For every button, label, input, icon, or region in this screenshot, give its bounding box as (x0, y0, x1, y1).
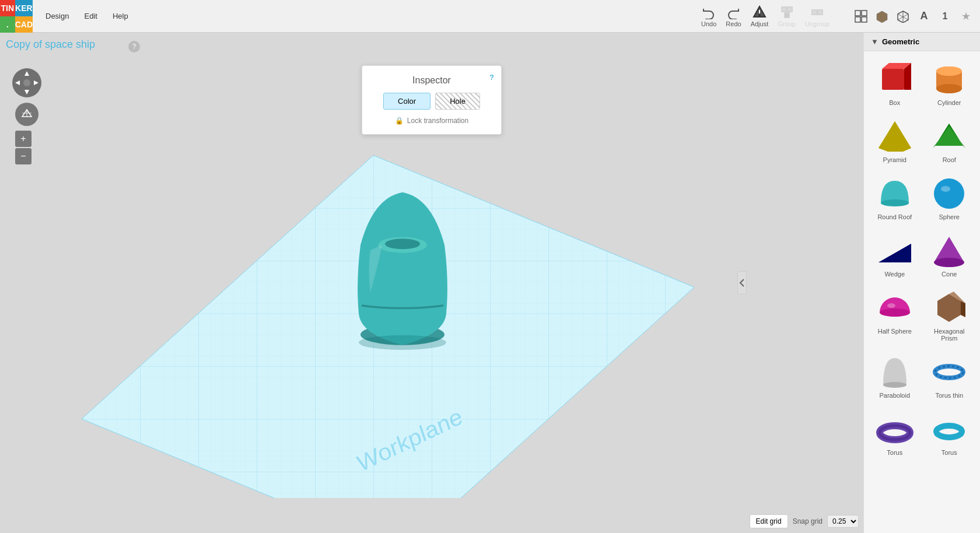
shape-label-hexagonal-prism: Hexagonal Prism (927, 328, 972, 342)
lock-icon: 🔒 (395, 117, 404, 125)
number-icon[interactable]: 1 (937, 8, 953, 24)
svg-marker-12 (877, 11, 887, 23)
hole-button[interactable]: Hole (435, 93, 480, 110)
shape-item-paraboloid[interactable]: Paraboloid (870, 350, 920, 402)
redo-label: Redo (726, 20, 741, 27)
svg-point-51 (934, 258, 964, 267)
logo-cad: CAD (15, 16, 33, 33)
grid-view-icon[interactable] (853, 8, 869, 24)
canvas-area[interactable]: Copy of space ship ? (0, 33, 863, 533)
shape-item-wedge[interactable]: Wedge (870, 229, 920, 281)
color-button[interactable]: Color (383, 93, 430, 110)
logo-ker: KER (15, 0, 33, 16)
shape-icon-pyramid (876, 118, 914, 155)
project-title[interactable]: Copy of space ship (6, 38, 95, 51)
svg-point-52 (880, 308, 910, 317)
svg-marker-42 (878, 121, 911, 152)
adjust-label: Adjust (751, 20, 769, 27)
svg-point-22 (23, 79, 30, 86)
shape-label-half-sphere: Half Sphere (878, 328, 912, 335)
inspector-help-button[interactable]: ? (489, 73, 494, 82)
text-icon[interactable]: A (916, 8, 932, 24)
snap-grid-select[interactable]: 0.25 0.5 1 (827, 515, 859, 528)
snap-grid-label: Snap grid (793, 517, 822, 525)
shape-icon-cone (930, 232, 968, 269)
svg-rect-11 (862, 17, 867, 22)
shape-label-torus: Torus (887, 449, 902, 456)
logo[interactable]: TIN KER . CAD (0, 0, 33, 33)
menu-edit[interactable]: Edit (77, 8, 104, 24)
group-button[interactable]: Group (778, 5, 796, 27)
nav-menus: Design Edit Help (33, 8, 141, 24)
svg-rect-34 (882, 69, 904, 90)
svg-rect-7 (818, 10, 822, 15)
panel-header: ▼ Geometric (864, 33, 980, 51)
shape-label-cylinder: Cylinder (937, 99, 961, 106)
star-icon[interactable]: ★ (958, 8, 974, 24)
shape-item-half-sphere[interactable]: Half Sphere (870, 286, 920, 345)
svg-point-53 (887, 303, 895, 308)
svg-rect-5 (785, 13, 789, 17)
shape-icon-box (876, 61, 914, 98)
inspector-title: Inspector (372, 75, 492, 86)
shape-label-pyramid: Pyramid (883, 156, 907, 163)
shape-icon-roof (930, 118, 968, 155)
right-icons: A 1 ★ (853, 8, 980, 24)
ungroup-label: Ungroup (805, 20, 830, 27)
menu-design[interactable]: Design (38, 8, 76, 24)
shape-label-wedge: Wedge (884, 271, 905, 278)
shape-icon-cylinder (930, 61, 968, 98)
svg-marker-43 (935, 124, 963, 146)
lock-transform-toggle[interactable]: 🔒 Lock transformation (372, 117, 492, 125)
shape-icon-torus2 (930, 411, 968, 448)
shape-item-roof[interactable]: Roof (925, 114, 975, 167)
shape-item-torus2[interactable]: Torus (925, 407, 975, 460)
shape-icon-torus (876, 411, 914, 448)
shape-icon-hexagonal-prism (930, 289, 968, 327)
shape-label-torus2: Torus (942, 449, 957, 456)
panel-collapse-icon[interactable]: ▼ (871, 37, 878, 46)
topbar: TIN KER . CAD Design Edit Help Undo Redo… (0, 0, 980, 33)
wireframe-icon[interactable] (895, 8, 911, 24)
workplane: Workplane (23, 103, 723, 498)
shape-item-sphere[interactable]: Sphere (925, 171, 975, 224)
panel-section-label: Geometric (882, 37, 919, 46)
shape-item-hexagonal-prism[interactable]: Hexagonal Prism (925, 286, 975, 345)
collapse-panel-button[interactable] (737, 271, 747, 294)
undo-button[interactable]: Undo (701, 5, 716, 27)
svg-rect-6 (812, 10, 817, 15)
logo-dot: . (0, 16, 15, 33)
shape-item-round-roof[interactable]: Round Roof (870, 171, 920, 224)
shape-icon-round-roof (876, 175, 914, 212)
svg-point-57 (883, 382, 907, 388)
svg-point-33 (359, 335, 446, 350)
orbit-control[interactable] (12, 68, 42, 98)
project-help-button[interactable]: ? (128, 41, 140, 52)
shape-label-roof: Roof (943, 156, 956, 163)
svg-rect-3 (782, 7, 786, 12)
shape-item-box[interactable]: Box (870, 57, 920, 110)
shape-item-cone[interactable]: Cone (925, 229, 975, 281)
undo-label: Undo (701, 20, 716, 27)
shape-item-pyramid[interactable]: Pyramid (870, 114, 920, 167)
svg-rect-10 (855, 17, 860, 22)
shape-label-torus-thin: Torus thin (935, 392, 963, 399)
edit-grid-button[interactable]: Edit grid (750, 514, 788, 528)
adjust-button[interactable]: Adjust (751, 5, 769, 27)
shape-icon-half-sphere (876, 289, 914, 327)
shape-item-torus[interactable]: Torus (870, 407, 920, 460)
ungroup-button[interactable]: Ungroup (805, 5, 830, 27)
svg-marker-49 (878, 244, 911, 262)
shape-label-box: Box (889, 99, 900, 106)
svg-point-39 (936, 84, 962, 93)
svg-rect-4 (788, 7, 792, 12)
redo-button[interactable]: Redo (726, 5, 741, 27)
shape-item-cylinder[interactable]: Cylinder (925, 57, 975, 110)
svg-point-47 (941, 186, 950, 192)
cube-icon[interactable] (874, 8, 890, 24)
shape-icon-paraboloid (876, 353, 914, 391)
menu-help[interactable]: Help (106, 8, 135, 24)
shape-item-torus-thin[interactable]: Torus thin (925, 350, 975, 402)
svg-point-45 (881, 199, 909, 206)
lock-label: Lock transformation (407, 117, 468, 125)
